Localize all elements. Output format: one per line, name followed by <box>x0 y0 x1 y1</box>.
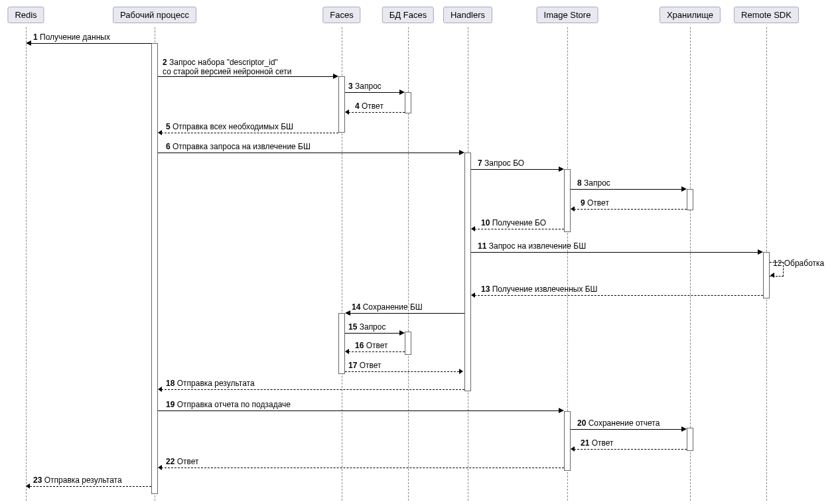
activation <box>763 252 770 298</box>
participant-imagestore: Image Store <box>537 7 598 23</box>
participant-remotesdk: Remote SDK <box>734 7 799 23</box>
activation <box>687 189 693 210</box>
sequence-diagram: Redis Рабочий процесс Faces БД Faces Han… <box>3 3 838 504</box>
activation <box>687 428 693 451</box>
activation <box>338 313 345 374</box>
activation <box>564 411 571 471</box>
activation <box>405 332 411 355</box>
participant-redis: Redis <box>7 7 44 23</box>
participant-worker: Рабочий процесс <box>113 7 196 23</box>
participant-storage: Хранилище <box>660 7 721 23</box>
activation <box>564 169 571 232</box>
activation <box>464 153 471 391</box>
participant-faces: Faces <box>322 7 360 23</box>
participant-handlers: Handlers <box>443 7 492 23</box>
lifeline <box>26 27 27 501</box>
activation <box>151 43 158 494</box>
participant-facesdb: БД Faces <box>382 7 434 23</box>
activation <box>405 92 411 113</box>
activation <box>338 76 345 133</box>
